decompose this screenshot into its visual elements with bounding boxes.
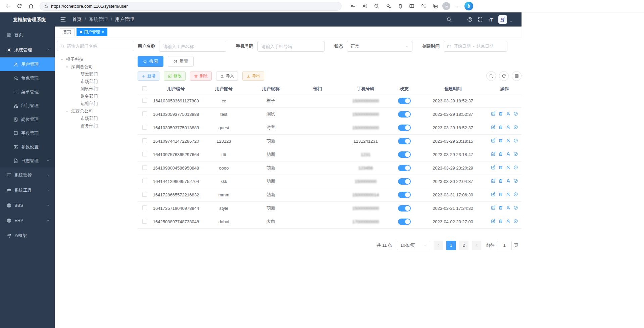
prev-page-button[interactable] (434, 241, 443, 250)
row-edit-icon[interactable] (491, 205, 496, 210)
sidebar-item-user-management[interactable]: 用户管理 (0, 57, 55, 71)
row-checkbox[interactable] (142, 192, 147, 197)
row-assign-role-icon[interactable] (513, 125, 518, 130)
status-toggle[interactable] (398, 192, 411, 198)
browser-menu-icon[interactable] (453, 1, 462, 11)
row-edit-icon[interactable] (491, 192, 496, 197)
row-assign-role-icon[interactable] (513, 192, 518, 197)
breadcrumb-home[interactable]: 首页 (72, 16, 82, 22)
delete-button[interactable]: 删除 (190, 72, 212, 81)
row-assign-role-icon[interactable] (513, 111, 518, 116)
browser-refresh-button[interactable] (15, 1, 24, 11)
row-checkbox[interactable] (142, 205, 147, 210)
row-checkbox[interactable] (142, 165, 147, 170)
favorites-icon[interactable] (419, 1, 428, 11)
next-page-button[interactable] (472, 241, 481, 250)
row-delete-icon[interactable] (498, 152, 503, 156)
row-edit-icon[interactable] (491, 111, 496, 116)
row-delete-icon[interactable] (498, 138, 503, 143)
row-reset-password-icon[interactable] (506, 219, 511, 224)
row-checkbox[interactable] (142, 219, 147, 224)
add-favorite-icon[interactable] (384, 1, 393, 11)
row-assign-role-icon[interactable] (513, 165, 518, 170)
row-delete-icon[interactable] (498, 219, 503, 224)
tree-node[interactable]: ▾深圳总公司 (57, 63, 134, 71)
row-delete-icon[interactable] (498, 165, 503, 170)
tree-node[interactable]: 市场部门 (57, 78, 134, 85)
row-reset-password-icon[interactable] (506, 138, 511, 143)
row-checkbox[interactable] (142, 138, 147, 143)
sidebar-item-system-tools[interactable]: 系统工具 (0, 183, 55, 198)
row-reset-password-icon[interactable] (506, 125, 511, 130)
sidebar-item-erp[interactable]: ERP (0, 213, 55, 228)
row-reset-password-icon[interactable] (506, 165, 511, 170)
sidebar-toggle-icon[interactable] (60, 16, 66, 22)
status-toggle[interactable] (398, 151, 411, 158)
sidebar-item-dept-management[interactable]: 部门管理 (0, 99, 55, 112)
browser-back-button[interactable] (3, 1, 13, 11)
import-button[interactable]: 导入 (216, 72, 238, 81)
add-button[interactable]: 新增 (138, 72, 159, 81)
row-edit-icon[interactable] (491, 219, 496, 224)
page-size-select[interactable]: 10条/页 (397, 241, 430, 250)
row-checkbox[interactable] (142, 98, 147, 103)
row-edit-icon[interactable] (491, 179, 496, 183)
fullscreen-icon[interactable] (478, 17, 483, 22)
tree-node[interactable]: 测试部门 (57, 85, 134, 93)
status-select[interactable]: 正常 (347, 41, 412, 52)
table-search-button[interactable] (486, 71, 496, 81)
search-button[interactable]: 搜索 (138, 56, 163, 67)
page-button-1[interactable]: 1 (446, 241, 456, 250)
tree-node[interactable]: 市场部门 (57, 115, 134, 122)
tree-node[interactable]: ▾江西总公司 (57, 107, 134, 115)
row-checkbox[interactable] (142, 152, 147, 156)
tree-node[interactable]: 财务部门 (57, 93, 134, 100)
row-assign-role-icon[interactable] (513, 179, 518, 183)
row-checkbox[interactable] (142, 111, 147, 116)
column-settings-button[interactable] (512, 71, 522, 81)
row-assign-role-icon[interactable] (513, 205, 518, 210)
sidebar-item-bbs[interactable]: BBS (0, 198, 55, 213)
status-toggle[interactable] (398, 111, 411, 118)
row-delete-icon[interactable] (498, 205, 503, 210)
row-edit-icon[interactable] (491, 125, 496, 130)
sidebar-item-log-management[interactable]: 日志管理 (0, 154, 55, 168)
sidebar-item-menu-management[interactable]: 菜单管理 (0, 85, 55, 99)
row-checkbox[interactable] (142, 125, 147, 130)
row-delete-icon[interactable] (498, 179, 503, 183)
sidebar-item-system-management[interactable]: 系统管理 (0, 42, 55, 57)
row-edit-icon[interactable] (491, 165, 496, 170)
bing-copilot-icon[interactable]: b (464, 2, 473, 10)
password-icon[interactable] (348, 1, 358, 11)
sidebar-item-yi-framework[interactable]: Yi框架 (0, 228, 55, 243)
split-screen-icon[interactable] (407, 1, 416, 11)
address-bar[interactable]: https://ccnetcore.com:1101/system/user (40, 2, 342, 11)
tab-home[interactable]: 首页 (60, 28, 75, 36)
date-range-picker[interactable]: 开始日期 - 结束日期 (444, 41, 507, 52)
sidebar-item-dict-management[interactable]: 字典管理 (0, 126, 55, 140)
breadcrumb-system[interactable]: 系统管理 (89, 16, 108, 22)
sidebar-item-post-management[interactable]: 岗位管理 (0, 112, 55, 126)
status-toggle[interactable] (398, 138, 411, 144)
github-icon[interactable] (457, 17, 462, 22)
row-delete-icon[interactable] (498, 125, 503, 130)
department-search-input[interactable] (67, 44, 131, 49)
row-edit-icon[interactable] (491, 138, 496, 143)
table-refresh-button[interactable] (499, 71, 509, 81)
status-toggle[interactable] (398, 125, 411, 131)
browser-profile-avatar[interactable] (442, 2, 450, 10)
zoom-icon[interactable] (372, 1, 381, 11)
collections-icon[interactable] (431, 1, 440, 11)
tree-node[interactable]: 财务部门 (57, 122, 134, 130)
row-reset-password-icon[interactable] (506, 179, 511, 183)
tab-close-icon[interactable]: × (102, 30, 104, 35)
row-reset-password-icon[interactable] (506, 152, 511, 156)
row-assign-role-icon[interactable] (513, 138, 518, 143)
export-button[interactable]: 导出 (242, 72, 264, 81)
user-avatar[interactable]: yj (498, 15, 507, 24)
status-toggle[interactable] (398, 98, 411, 104)
tree-node[interactable]: 研发部门 (57, 71, 134, 78)
page-button-2[interactable]: 2 (459, 241, 468, 250)
help-icon[interactable] (467, 17, 473, 22)
read-aloud-icon[interactable] (360, 1, 369, 11)
